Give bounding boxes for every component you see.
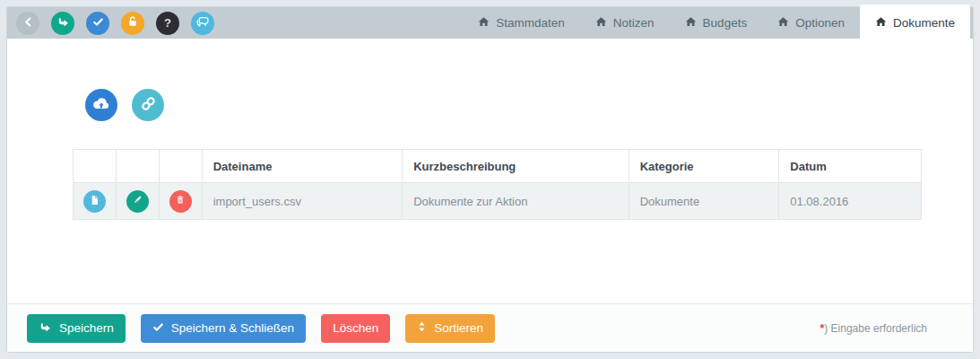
column-header-datum: Datum (779, 150, 922, 183)
button-label: Löschen (333, 321, 378, 335)
cell-kategorie: Dokumente (629, 183, 779, 220)
sort-arrows-icon (417, 320, 427, 336)
save-button-toolbar[interactable] (51, 12, 74, 35)
cell-kurzbeschreibung: Dokumente zur Aktion (403, 183, 629, 220)
table-row: import_users.csv Dokumente zur Aktion Do… (74, 183, 922, 220)
column-header-kategorie: Kategorie (629, 150, 779, 183)
tab-label: Notizen (613, 16, 655, 30)
home-icon (777, 16, 789, 30)
confirm-button[interactable] (86, 12, 109, 35)
document-actions (85, 89, 164, 121)
link-document-button[interactable] (132, 89, 164, 121)
table-header-row: Dateiname Kurzbeschreibung Kategorie Dat… (74, 150, 922, 183)
loeschen-button[interactable]: Löschen (321, 314, 390, 343)
chain-link-icon (140, 95, 157, 115)
tab-label: Budgets (703, 16, 748, 30)
column-header-kurzbeschreibung: Kurzbeschreibung (403, 150, 629, 183)
edit-document-button[interactable] (126, 190, 149, 213)
home-icon (875, 16, 887, 30)
curved-arrow-icon (56, 16, 70, 31)
home-icon (478, 16, 490, 30)
speichern-schliessen-button[interactable]: Speichern & Schließen (141, 314, 306, 343)
check-icon (152, 321, 164, 336)
chevron-left-icon (22, 16, 34, 31)
tab-label: Dokumente (893, 16, 955, 30)
home-icon (595, 16, 607, 30)
documents-panel: Dateiname Kurzbeschreibung Kategorie Dat… (7, 39, 973, 303)
tab-label: Optionen (795, 16, 845, 30)
unlock-button[interactable] (121, 12, 144, 35)
app-window: ? Stammdaten (6, 6, 974, 353)
header-delete-col (159, 150, 202, 183)
cell-datum: 01.08.2016 (779, 183, 922, 220)
home-icon (685, 16, 697, 30)
column-header-dateiname: Dateiname (202, 150, 403, 183)
button-label: Speichern & Schließen (171, 321, 294, 335)
header-bar: ? Stammdaten (7, 7, 973, 39)
speech-bubbles-icon (195, 15, 210, 31)
trash-icon (175, 194, 186, 208)
tab-dokumente[interactable]: Dokumente (860, 4, 970, 41)
footer-bar: Speichern Speichern & Schließen Löschen … (7, 303, 973, 352)
open-padlock-icon (126, 15, 139, 31)
file-icon (89, 194, 100, 209)
comments-button[interactable] (191, 12, 214, 35)
view-file-button[interactable] (83, 190, 106, 213)
tab-bar: Stammdaten Notizen Budgets Optionen (463, 4, 970, 41)
question-mark-icon: ? (164, 16, 171, 30)
tab-optionen[interactable]: Optionen (762, 4, 860, 41)
header-view-col (74, 150, 117, 183)
pencil-icon (132, 194, 143, 208)
delete-document-button[interactable] (169, 190, 192, 213)
cell-dateiname: import_users.csv (202, 183, 403, 220)
speichern-button[interactable]: Speichern (27, 314, 126, 343)
help-button[interactable]: ? (156, 12, 179, 35)
curved-arrow-icon (39, 321, 52, 336)
toolbar: ? (16, 12, 214, 35)
required-text: ) Eingabe erforderlich (824, 322, 927, 335)
sortieren-button[interactable]: Sortieren (405, 314, 495, 343)
check-icon (92, 16, 104, 31)
required-note: *) Eingabe erforderlich (820, 322, 927, 335)
tab-label: Stammdaten (496, 16, 565, 30)
button-label: Speichern (59, 321, 114, 335)
button-label: Sortieren (434, 321, 483, 335)
upload-document-button[interactable] (85, 89, 117, 121)
tab-budgets[interactable]: Budgets (670, 4, 763, 41)
cloud-upload-icon (91, 96, 111, 114)
tab-notizen[interactable]: Notizen (580, 4, 670, 41)
documents-table: Dateiname Kurzbeschreibung Kategorie Dat… (73, 149, 922, 220)
header-edit-col (116, 150, 159, 183)
tab-stammdaten[interactable]: Stammdaten (463, 4, 580, 41)
back-button[interactable] (16, 12, 39, 35)
